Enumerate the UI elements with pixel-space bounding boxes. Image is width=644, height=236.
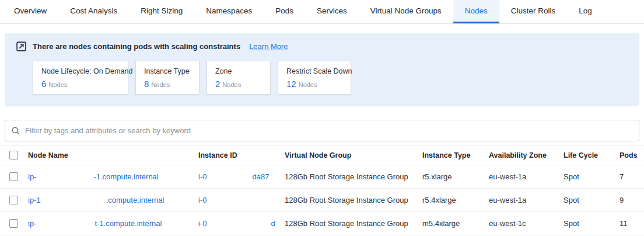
node-name-link[interactable]: ip- xyxy=(28,219,36,228)
card-title: Zone xyxy=(215,67,262,75)
column-header-node-name: Node Name xyxy=(28,151,198,159)
instance-id-link[interactable]: d xyxy=(271,219,275,228)
life-cycle-cell: Spot xyxy=(564,172,620,181)
constraint-card-instance-type[interactable]: Instance Type 8Nodes xyxy=(135,61,200,95)
tab-cluster-rolls[interactable]: Cluster Rolls xyxy=(499,0,568,23)
card-title: Restrict Scale Down xyxy=(286,67,342,75)
card-count: 6 xyxy=(41,79,46,89)
filter-bar xyxy=(5,120,639,141)
row-checkbox[interactable] xyxy=(9,196,18,204)
node-name-cell: ip-1.compute.internal xyxy=(28,196,198,204)
table-row: ip--1.compute.internal i-0da87 128Gb Roo… xyxy=(0,165,644,189)
search-icon xyxy=(11,126,20,136)
tab-services[interactable]: Services xyxy=(305,0,359,23)
virtual-node-group-cell: 128Gb Root Storage Instance Group xyxy=(285,196,422,204)
tab-overview[interactable]: Overview xyxy=(2,0,58,23)
constraint-cards: Node Lifecycle: On Demand 6Nodes Instanc… xyxy=(16,61,628,95)
constraint-card-node-lifecycle[interactable]: Node Lifecycle: On Demand 6Nodes xyxy=(33,61,128,95)
card-count: 2 xyxy=(215,79,220,89)
instance-type-cell: m5.4xlarge xyxy=(422,219,489,228)
search-input[interactable] xyxy=(25,126,633,135)
life-cycle-cell: Spot xyxy=(564,219,620,228)
node-name-cell: ip--1.compute.internal xyxy=(28,172,198,181)
tab-right-sizing[interactable]: Right Sizing xyxy=(129,0,194,23)
scaling-constraints-banner: There are nodes containing pods with sca… xyxy=(5,33,639,106)
tab-pods[interactable]: Pods xyxy=(264,0,305,23)
table-header-row: Node Name Instance ID Virtual Node Group… xyxy=(0,145,644,165)
instance-id-link[interactable]: i-0 xyxy=(198,219,206,228)
instance-id-link[interactable]: da87 xyxy=(252,172,269,181)
row-checkbox[interactable] xyxy=(9,219,18,228)
card-unit: Nodes xyxy=(48,81,67,88)
nodes-table: Node Name Instance ID Virtual Node Group… xyxy=(0,145,644,235)
banner-message: There are nodes containing pods with sca… xyxy=(33,42,240,51)
virtual-node-group-cell: 128Gb Root Storage Instance Group xyxy=(285,219,422,228)
instance-type-cell: r5.xlarge xyxy=(422,172,489,181)
tab-namespaces[interactable]: Namespaces xyxy=(194,0,264,23)
tab-nodes[interactable]: Nodes xyxy=(453,0,499,23)
pods-cell: 9 xyxy=(620,196,644,204)
cluster-tab-bar: Overview Cost Analysis Right Sizing Name… xyxy=(0,0,644,24)
instance-id-cell: i-0da87 xyxy=(198,172,285,181)
learn-more-link[interactable]: Learn More xyxy=(249,42,288,51)
availability-zone-cell: eu-west-1a xyxy=(489,172,564,181)
constraint-card-zone[interactable]: Zone 2Nodes xyxy=(206,61,271,95)
availability-zone-cell: eu-west-1c xyxy=(489,219,564,228)
node-name-link[interactable]: ip-1 xyxy=(28,196,41,204)
life-cycle-cell: Spot xyxy=(564,196,620,204)
card-count: 12 xyxy=(286,79,296,89)
node-name-cell: ip-t-1.compute.internal xyxy=(28,219,198,228)
card-title: Instance Type xyxy=(144,67,191,75)
column-header-virtual-node-group: Virtual Node Group xyxy=(285,151,422,159)
tab-cost-analysis[interactable]: Cost Analysis xyxy=(58,0,129,23)
pods-cell: 11 xyxy=(620,219,644,228)
node-name-link[interactable]: -1.compute.internal xyxy=(93,172,158,181)
tab-log[interactable]: Log xyxy=(567,0,604,23)
card-count: 8 xyxy=(144,79,149,89)
table-row: ip-1.compute.internal i-0 128Gb Root Sto… xyxy=(0,189,644,212)
table-row: ip-t-1.compute.internal i-0d 128Gb Root … xyxy=(0,212,644,235)
column-header-instance-type: Instance Type xyxy=(422,151,489,159)
pods-cell: 7 xyxy=(620,172,644,181)
node-name-link[interactable]: t-1.compute.internal xyxy=(94,219,162,228)
column-header-life-cycle: Life Cycle xyxy=(564,151,620,159)
node-name-link[interactable]: ip- xyxy=(28,172,36,181)
constraint-card-restrict-scale-down[interactable]: Restrict Scale Down 12Nodes xyxy=(278,61,351,95)
node-name-link[interactable]: .compute.internal xyxy=(106,196,164,204)
instance-id-cell: i-0 xyxy=(198,196,285,204)
column-header-pods: Pods xyxy=(620,151,644,159)
tab-virtual-node-groups[interactable]: Virtual Node Groups xyxy=(359,0,453,23)
select-all-checkbox[interactable] xyxy=(9,151,18,159)
instance-id-link[interactable]: i-0 xyxy=(198,172,206,181)
card-unit: Nodes xyxy=(222,81,241,88)
instance-id-link[interactable]: i-0 xyxy=(198,196,206,204)
availability-zone-cell: eu-west-1a xyxy=(489,196,564,204)
row-checkbox[interactable] xyxy=(9,172,18,181)
card-unit: Nodes xyxy=(151,81,170,88)
card-unit: Nodes xyxy=(299,81,317,88)
instance-id-cell: i-0d xyxy=(198,219,285,228)
scaling-constraint-icon xyxy=(16,41,26,51)
column-header-availability-zone: Availability Zone xyxy=(489,151,564,159)
column-header-instance-id: Instance ID xyxy=(198,151,285,159)
instance-type-cell: r5.4xlarge xyxy=(422,196,489,204)
virtual-node-group-cell: 128Gb Root Storage Instance Group xyxy=(285,172,422,181)
card-title: Node Lifecycle: On Demand xyxy=(41,67,120,75)
